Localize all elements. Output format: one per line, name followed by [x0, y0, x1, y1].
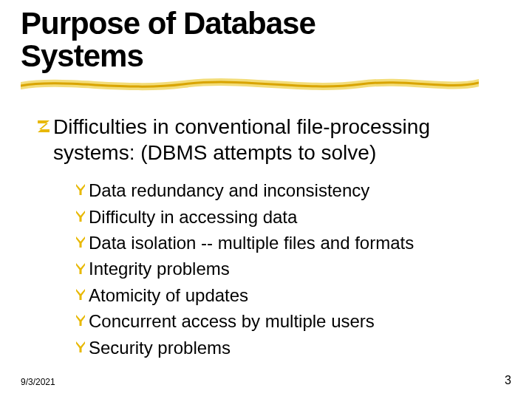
sub-text: Security problems [89, 336, 231, 360]
y-bullet-icon [74, 287, 87, 304]
y-bullet-icon [74, 313, 87, 330]
sub-text: Data isolation -- multiple files and for… [89, 231, 414, 255]
title-underline [21, 77, 479, 93]
list-item: Data isolation -- multiple files and for… [74, 231, 532, 255]
sub-text: Difficulty in accessing data [89, 205, 297, 229]
footer-date: 9/3/2021 [21, 377, 55, 387]
title-line-1: Purpose of Database [21, 6, 316, 41]
y-bullet-icon [74, 183, 87, 199]
list-item: Atomicity of updates [74, 284, 532, 307]
z-bullet-icon [35, 118, 52, 137]
list-item: Difficulty in accessing data [74, 205, 532, 229]
footer-page-number: 3 [505, 374, 511, 387]
y-bullet-icon [74, 262, 87, 278]
title-line-2: Systems [21, 38, 143, 73]
main-bullet-text: Difficulties in conventional file-proces… [53, 114, 430, 166]
sub-text: Atomicity of updates [89, 284, 248, 307]
sub-text: Concurrent access by multiple users [89, 310, 375, 333]
main-line-2: systems: (DBMS attempts to solve) [53, 140, 430, 166]
main-bullet: Difficulties in conventional file-proces… [0, 93, 532, 166]
sub-bullet-list: Data redundancy and inconsistency Diffic… [0, 166, 532, 360]
y-bullet-icon [74, 235, 87, 251]
main-line-1: Difficulties in conventional file-proces… [53, 115, 430, 138]
y-bullet-icon [74, 209, 87, 225]
list-item: Concurrent access by multiple users [74, 310, 532, 333]
sub-text: Integrity problems [89, 257, 230, 281]
slide-title: Purpose of Database Systems [0, 0, 532, 72]
list-item: Security problems [74, 336, 532, 360]
list-item: Integrity problems [74, 257, 532, 281]
y-bullet-icon [74, 340, 87, 356]
sub-text: Data redundancy and inconsistency [89, 179, 369, 202]
list-item: Data redundancy and inconsistency [74, 179, 532, 202]
